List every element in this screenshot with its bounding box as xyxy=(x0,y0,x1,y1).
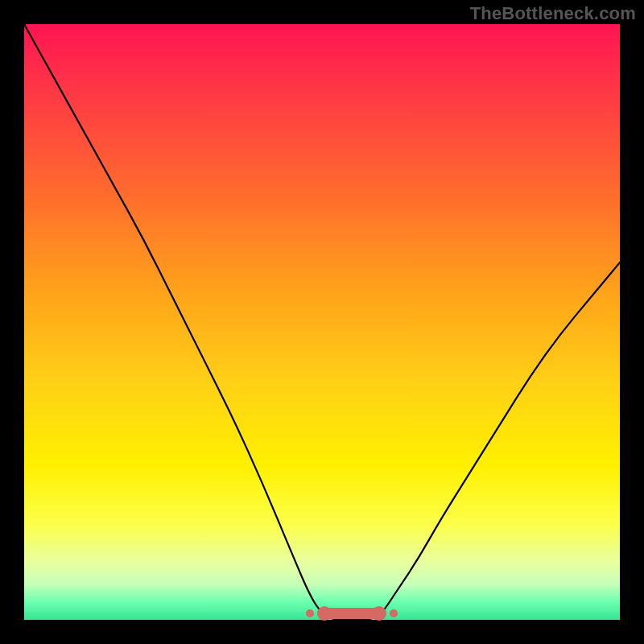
baseline-speck xyxy=(348,609,356,617)
chart-frame: TheBottleneck.com xyxy=(0,0,644,644)
baseline-speck xyxy=(390,609,398,617)
bottleneck-curve xyxy=(24,24,620,620)
attribution-text: TheBottleneck.com xyxy=(470,3,636,24)
plot-area xyxy=(24,24,620,620)
